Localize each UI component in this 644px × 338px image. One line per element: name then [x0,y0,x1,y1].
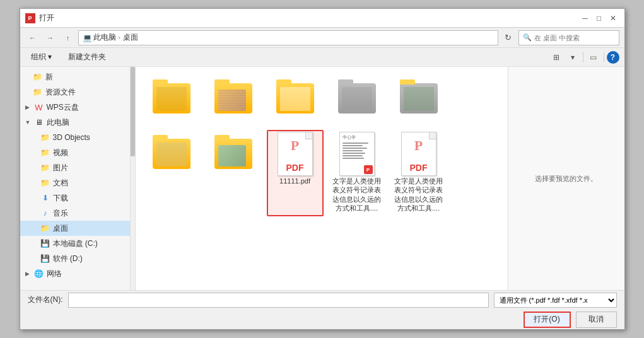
list-item[interactable]: 中心学 P [329,130,385,216]
list-item[interactable] [205,130,262,216]
list-item[interactable] [329,74,385,125]
music-icon: ♪ [40,208,50,218]
wps-icon: W [34,102,44,112]
close-button[interactable]: ✕ [607,12,619,25]
separator [583,52,583,62]
folder-icon [276,83,314,114]
folder-icon [153,139,190,169]
title-bar: P 打开 ─ □ ✕ [20,9,624,28]
list-item[interactable]: P PDF 文字是人类使用表义符号记录表达信息以久远的方式和工具.... [390,130,447,216]
new-folder-button[interactable]: 新建文件夹 [62,50,112,65]
folder-icon [338,83,376,114]
file-thumbnail [213,78,254,119]
sidebar-item-thispc[interactable]: ▼ 🖥 此电脑 [20,115,130,130]
view-toggle-button[interactable]: ▾ [565,50,580,65]
list-item[interactable] [267,74,324,125]
sidebar-item-document[interactable]: 📁 文档 [20,175,130,190]
app-icon: P [25,13,35,23]
toolbar: ← → ↑ 💻 此电脑 › 桌面 ↻ 🔍 [20,28,624,48]
up-button[interactable]: ↑ [61,30,76,45]
title-bar-left: P 打开 [25,13,54,23]
sidebar-item-wps[interactable]: ▶ W WPS云盘 [20,100,130,115]
cancel-button[interactable]: 取消 [576,312,617,328]
drive-icon: 💾 [40,254,50,264]
separator2 [604,52,604,62]
organize-button[interactable]: 组织 ▾ [25,50,57,65]
sidebar-item-3d[interactable]: 📁 3D Objects [20,130,130,145]
file-area: P PDF 11111.pdf 中心学 [136,67,508,290]
file-thumbnail: P PDF [275,134,315,174]
file-name: 文字是人类使用表义符号记录表达信息以久远的方式和工具.... [332,177,382,213]
breadcrumb[interactable]: 💻 此电脑 › 桌面 [78,30,498,45]
file-thumbnail [337,78,377,119]
view-mode-button[interactable]: ⊞ [549,50,564,65]
dialog-title: 打开 [39,13,54,23]
folder-icon: 📁 [33,87,43,97]
sidebar-item-resources[interactable]: 📁 资源文件 [20,84,130,100]
file-thumbnail [151,78,192,119]
help-button[interactable]: ? [607,51,619,64]
preview-text: 选择要预览的文件。 [535,174,597,184]
maximize-button[interactable]: □ [593,12,606,25]
open-button[interactable]: 打开(O) [524,312,571,328]
folder-icon: 📁 [33,72,43,82]
folder-icon: 📁 [40,178,50,188]
folder-icon: 📁 [40,148,50,158]
sidebar-item-network[interactable]: ▶ 🌐 网络 [20,266,130,281]
filename-row: 文件名(N): 通用文件 (*.pdf *.fdf *.xfdf *.x [28,293,617,308]
buttons-row: 打开(O) 取消 [28,312,617,328]
sidebar-item-picture[interactable]: 📁 图片 [20,160,130,175]
preview-panel: 选择要预览的文件。 [508,67,624,290]
sidebar-item-softd[interactable]: 💾 软件 (D:) [20,251,130,266]
search-box[interactable]: 🔍 [518,30,619,45]
open-dialog: P 打开 ─ □ ✕ ← → ↑ 💻 此电脑 › 桌面 ↻ 🔍 [20,8,625,330]
minimize-button[interactable]: ─ [579,12,592,25]
breadcrumb-item-desktop: 桌面 [123,32,138,43]
sidebar-scrollbar[interactable] [131,67,136,290]
search-input[interactable] [534,34,621,42]
list-item[interactable] [205,74,262,125]
file-thumbnail [213,134,254,174]
filename-input[interactable] [68,293,489,308]
folder-icon [214,139,252,169]
sidebar: 📁 新 📁 资源文件 ▶ W WPS云盘 ▼ 🖥 此电脑 📁 3D Object… [20,67,131,290]
pdf-icon: P PDF [278,132,313,176]
doc-icon: 中心学 P [339,132,375,176]
wps-badge: P [364,165,373,174]
title-controls: ─ □ ✕ [579,12,619,25]
list-item[interactable] [390,74,447,125]
file-thumbnail: P PDF [399,134,439,174]
main-content: 📁 新 📁 资源文件 ▶ W WPS云盘 ▼ 🖥 此电脑 📁 3D Object… [20,67,624,290]
back-button[interactable]: ← [25,30,40,45]
list-item[interactable]: P PDF 11111.pdf [267,130,324,216]
expand-icon: ▶ [25,104,32,110]
sidebar-item-new[interactable]: 📁 新 [20,69,130,84]
file-name: 文字是人类使用表义符号记录表达信息以久远的方式和工具.... [394,177,443,213]
preview-pane-button[interactable]: ▭ [586,50,601,65]
expand-icon: ▼ [25,119,32,125]
file-thumbnail [151,134,192,174]
list-item[interactable] [143,130,200,216]
sidebar-item-video[interactable]: 📁 视频 [20,145,130,160]
file-name: 11111.pdf [279,177,310,185]
sidebar-item-music[interactable]: ♪ 音乐 [20,206,130,221]
expand-icon: ▶ [25,271,32,277]
folder-icon: 📁 [40,132,50,143]
scrollbar-thumb[interactable] [131,67,135,156]
action-bar: 组织 ▾ 新建文件夹 ⊞ ▾ ▭ ? [20,48,624,67]
drive-icon: 💾 [40,238,50,248]
network-icon: 🌐 [34,269,44,279]
refresh-button[interactable]: ↻ [501,30,516,45]
file-thumbnail [399,78,439,119]
folder-icon: 📁 [40,163,50,173]
filetype-select[interactable]: 通用文件 (*.pdf *.fdf *.xfdf *.x [494,293,617,308]
sidebar-item-download[interactable]: ⬇ 下载 [20,190,130,206]
folder-icon: 📁 [40,223,50,233]
search-icon: 🔍 [523,33,532,42]
forward-button[interactable]: → [43,30,58,45]
sidebar-item-localc[interactable]: 💾 本地磁盘 (C:) [20,236,130,251]
sidebar-item-desktop[interactable]: 📁 桌面 [20,221,130,236]
list-item[interactable] [143,74,200,125]
file-grid: P PDF 11111.pdf 中心学 [141,72,503,219]
breadcrumb-separator: › [119,34,120,41]
